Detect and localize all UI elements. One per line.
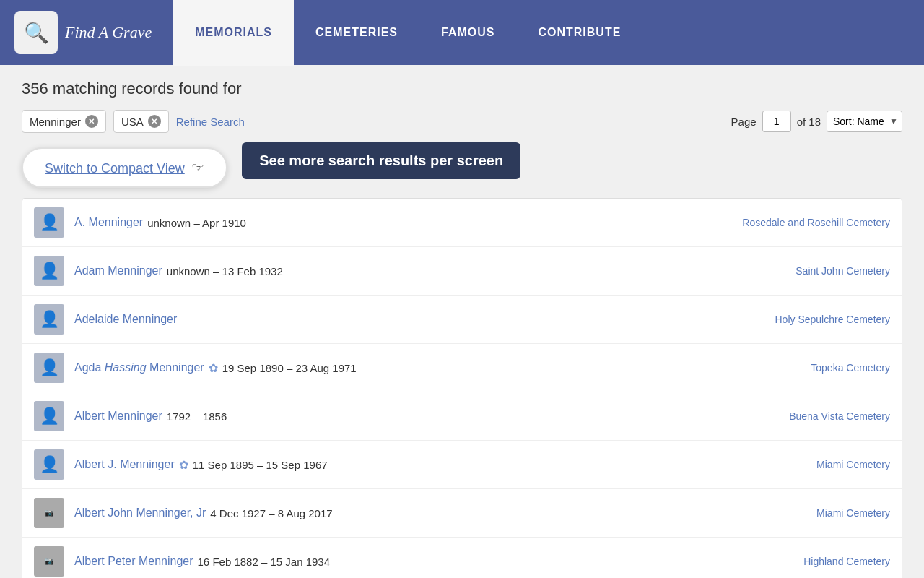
result-photo-8: 📷 bbox=[34, 546, 64, 577]
result-dates-2: unknown – 13 Feb 1932 bbox=[167, 265, 283, 277]
filter-menninger: Menninger ✕ bbox=[22, 110, 106, 133]
table-row: 👤 Agda Hassing Menninger ✿ 19 Sep 1890 –… bbox=[22, 344, 902, 392]
logo-area: 🔍 Find A Grave bbox=[14, 11, 152, 54]
remove-usa-btn[interactable]: ✕ bbox=[148, 115, 161, 128]
result-photo-5: 👤 bbox=[34, 401, 64, 431]
nav-cemeteries[interactable]: CEMETERIES bbox=[294, 0, 419, 65]
page-input[interactable] bbox=[762, 111, 791, 132]
result-cemetery-1[interactable]: Rosedale and Rosehill Cemetery bbox=[742, 217, 890, 228]
sort-select[interactable]: Sort: Name Sort: Date bbox=[827, 111, 902, 132]
result-info-7: Albert John Menninger, Jr 4 Dec 1927 – 8… bbox=[74, 506, 806, 519]
logo-badge: 🔍 bbox=[14, 11, 58, 54]
compact-view-row: Switch to Compact View ☞ See more search… bbox=[22, 147, 902, 188]
results-header: 356 matching records found for bbox=[22, 79, 902, 98]
logo-text: Find A Grave bbox=[65, 23, 152, 42]
cursor-icon: ☞ bbox=[191, 159, 204, 176]
main-nav: MEMORIALS CEMETERIES FAMOUS CONTRIBUTE bbox=[173, 0, 642, 65]
result-photo-4: 👤 bbox=[34, 353, 64, 383]
result-dates-5: 1792 – 1856 bbox=[167, 410, 227, 423]
filter-usa: USA ✕ bbox=[113, 110, 169, 133]
flower-icon-6: ✿ bbox=[179, 458, 188, 472]
result-photo-7: 📷 bbox=[34, 498, 64, 528]
result-info-5: Albert Menninger 1792 – 1856 bbox=[74, 410, 779, 423]
table-row: 👤 Albert J. Menninger ✿ 11 Sep 1895 – 15… bbox=[22, 441, 902, 489]
compact-view-link[interactable]: Switch to Compact View bbox=[45, 161, 185, 176]
result-name-1[interactable]: A. Menninger bbox=[74, 216, 143, 229]
result-cemetery-2[interactable]: Saint John Cemetery bbox=[796, 265, 890, 277]
person-icon: 👤 bbox=[40, 407, 59, 426]
result-dates-4: 19 Sep 1890 – 23 Aug 1971 bbox=[222, 362, 357, 374]
result-info-3: Adelaide Menninger bbox=[74, 313, 764, 326]
person-icon: 👤 bbox=[40, 310, 59, 329]
results-label: matching records found for bbox=[53, 79, 242, 98]
table-row: 👤 A. Menninger unknown – Apr 1910 Roseda… bbox=[22, 199, 902, 247]
compact-view-bubble: Switch to Compact View ☞ bbox=[22, 147, 227, 188]
table-row: 👤 Adam Menninger unknown – 13 Feb 1932 S… bbox=[22, 247, 902, 296]
result-name-6[interactable]: Albert J. Menninger bbox=[74, 458, 175, 471]
table-row: 📷 Albert John Menninger, Jr 4 Dec 1927 –… bbox=[22, 489, 902, 538]
person-icon: 👤 bbox=[40, 455, 59, 474]
header: 🔍 Find A Grave MEMORIALS CEMETERIES FAMO… bbox=[0, 0, 924, 65]
pagination-sort: Page of 18 Sort: Name Sort: Date ▼ bbox=[731, 111, 902, 132]
table-row: 👤 Adelaide Menninger Holy Sepulchre Ceme… bbox=[22, 296, 902, 344]
table-row: 📷 Albert Peter Menninger 16 Feb 1882 – 1… bbox=[22, 538, 902, 578]
flower-icon-4: ✿ bbox=[209, 361, 218, 375]
result-name-7[interactable]: Albert John Menninger, Jr bbox=[74, 506, 206, 519]
page-of-label: of 18 bbox=[797, 116, 821, 128]
nav-contribute[interactable]: CONTRIBUTE bbox=[516, 0, 642, 65]
result-name-8[interactable]: Albert Peter Menninger bbox=[74, 555, 193, 568]
nav-famous[interactable]: FAMOUS bbox=[419, 0, 516, 65]
table-row: 👤 Albert Menninger 1792 – 1856 Buena Vis… bbox=[22, 392, 902, 441]
result-cemetery-4[interactable]: Topeka Cemetery bbox=[811, 362, 890, 374]
result-photo-2: 👤 bbox=[34, 256, 64, 286]
nav-memorials[interactable]: MEMORIALS bbox=[173, 0, 294, 65]
result-name-4[interactable]: Agda Hassing Menninger bbox=[74, 361, 204, 374]
result-info-8: Albert Peter Menninger 16 Feb 1882 – 15 … bbox=[74, 555, 793, 568]
result-info-2: Adam Menninger unknown – 13 Feb 1932 bbox=[74, 264, 785, 277]
result-dates-7: 4 Dec 1927 – 8 Aug 2017 bbox=[210, 507, 332, 519]
result-cemetery-5[interactable]: Buena Vista Cemetery bbox=[789, 410, 890, 422]
result-name-2[interactable]: Adam Menninger bbox=[74, 264, 162, 277]
filter-menninger-text: Menninger bbox=[30, 116, 81, 128]
result-info-4: Agda Hassing Menninger ✿ 19 Sep 1890 – 2… bbox=[74, 361, 801, 375]
logo-icon: 🔍 bbox=[24, 21, 49, 45]
result-dates-6: 11 Sep 1895 – 15 Sep 1967 bbox=[193, 459, 328, 471]
result-dates-8: 16 Feb 1882 – 15 Jan 1934 bbox=[198, 556, 331, 568]
person-icon: 👤 bbox=[40, 213, 59, 232]
filter-usa-text: USA bbox=[121, 116, 144, 128]
filters-row: Menninger ✕ USA ✕ Refine Search Page of … bbox=[22, 110, 902, 133]
result-info-6: Albert J. Menninger ✿ 11 Sep 1895 – 15 S… bbox=[74, 458, 806, 472]
refine-search-link[interactable]: Refine Search bbox=[176, 116, 245, 128]
results-count: 356 bbox=[22, 79, 48, 98]
person-icon: 👤 bbox=[40, 358, 59, 377]
result-cemetery-6[interactable]: Miami Cemetery bbox=[816, 459, 890, 470]
result-cemetery-7[interactable]: Miami Cemetery bbox=[816, 507, 890, 519]
main-content: 356 matching records found for Menninger… bbox=[0, 65, 924, 578]
results-list: 👤 A. Menninger unknown – Apr 1910 Roseda… bbox=[22, 198, 902, 578]
compact-view-tooltip: See more search results per screen bbox=[242, 142, 520, 179]
remove-menninger-btn[interactable]: ✕ bbox=[85, 115, 98, 128]
result-name-3[interactable]: Adelaide Menninger bbox=[74, 313, 177, 326]
result-dates-1: unknown – Apr 1910 bbox=[147, 217, 246, 229]
person-icon: 👤 bbox=[40, 262, 59, 280]
result-cemetery-8[interactable]: Highland Cemetery bbox=[803, 556, 890, 567]
sort-wrapper: Sort: Name Sort: Date ▼ bbox=[827, 111, 902, 132]
result-photo-3: 👤 bbox=[34, 304, 64, 335]
result-info-1: A. Menninger unknown – Apr 1910 bbox=[74, 216, 732, 229]
page-label: Page bbox=[731, 116, 757, 128]
result-name-5[interactable]: Albert Menninger bbox=[74, 410, 162, 423]
result-photo-1: 👤 bbox=[34, 207, 64, 238]
result-photo-6: 👤 bbox=[34, 449, 64, 480]
result-cemetery-3[interactable]: Holy Sepulchre Cemetery bbox=[775, 314, 890, 325]
